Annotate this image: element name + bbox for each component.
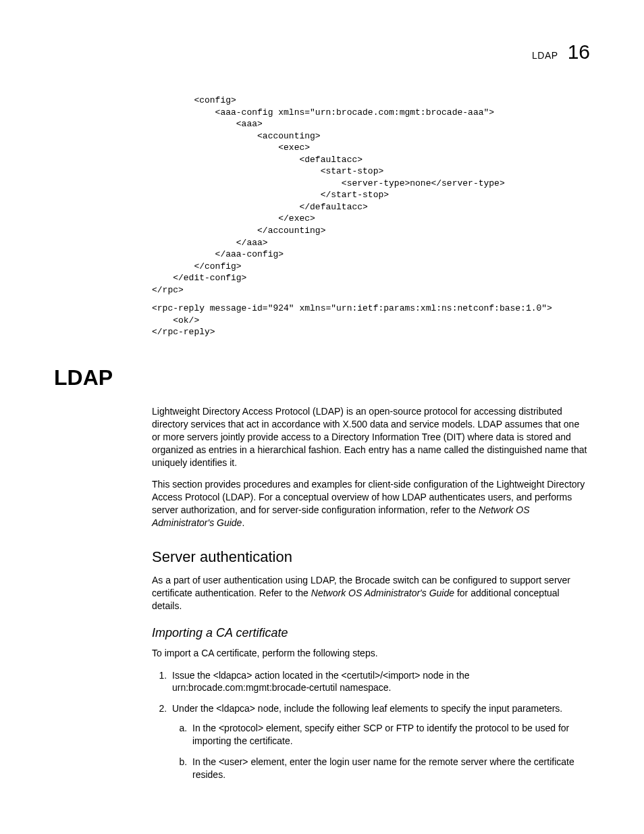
body-text-block: Lightweight Directory Access Protocol (L… <box>152 405 590 529</box>
code-block-reply: <rpc-reply message-id="924" xmlns="urn:i… <box>152 303 590 338</box>
ordered-substeps: In the <protocol> element, specify eithe… <box>172 722 590 781</box>
body-text-block: As a part of user authentication using L… <box>152 574 590 613</box>
paragraph: To import a CA certificate, perform the … <box>152 647 590 660</box>
substep-text: In the <protocol> element, specify eithe… <box>192 723 569 746</box>
section-title-ldap: LDAP <box>54 365 590 390</box>
list-item: Issue the <ldapca> action located in the… <box>169 669 590 695</box>
code-block-config: <config> <aaa-config xmlns="urn:brocade.… <box>152 95 590 296</box>
list-item: Under the <ldapca> node, include the fol… <box>169 702 590 781</box>
subsection-title-server-auth: Server authentication <box>152 548 590 566</box>
running-header: LDAP 16 <box>532 41 590 63</box>
step-text: Under the <ldapca> node, include the fol… <box>172 703 562 714</box>
step-text: Issue the <ldapca> action located in the… <box>172 670 470 694</box>
paragraph: Lightweight Directory Access Protocol (L… <box>152 405 590 469</box>
list-item: In the <user> element, enter the login u… <box>190 756 590 781</box>
page: LDAP 16 <config> <aaa-config xmlns="urn:… <box>0 0 644 834</box>
body-text-block: To import a CA certificate, perform the … <box>152 647 590 660</box>
page-content: <config> <aaa-config xmlns="urn:brocade.… <box>54 95 590 781</box>
list-item: In the <protocol> element, specify eithe… <box>190 722 590 748</box>
paragraph: This section provides procedures and exa… <box>152 478 590 529</box>
doc-reference: Network OS Administrator's Guide <box>311 588 454 598</box>
header-label: LDAP <box>532 50 558 61</box>
chapter-number: 16 <box>568 41 590 63</box>
text-span: . <box>242 517 244 528</box>
ordered-steps: Issue the <ldapca> action located in the… <box>152 669 590 781</box>
subsub-title-import-ca: Importing a CA certificate <box>152 626 590 640</box>
paragraph: As a part of user authentication using L… <box>152 574 590 613</box>
substep-text: In the <user> element, enter the login u… <box>192 756 574 780</box>
